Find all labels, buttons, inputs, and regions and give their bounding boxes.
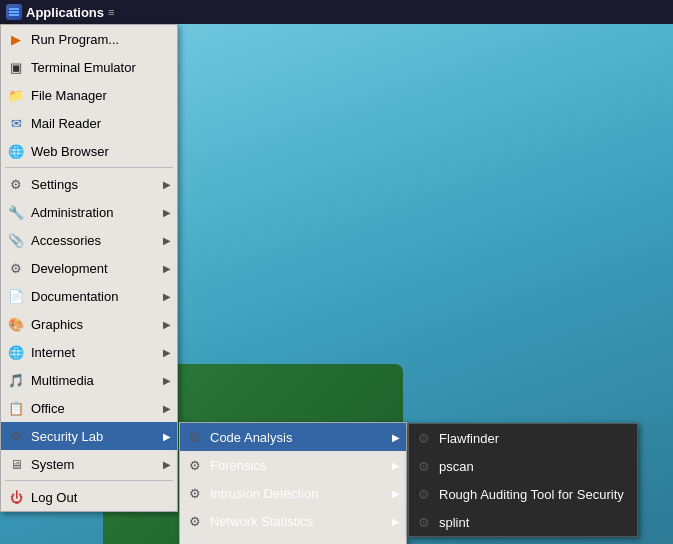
submenu-label-flawfinder: Flawfinder [439, 431, 631, 446]
menu-label-run: Run Program... [31, 32, 171, 47]
forensics-arrow: ▶ [392, 460, 400, 471]
menu-item-admin[interactable]: 🔧 Administration ▶ [1, 198, 177, 226]
forensics-icon: ⚙ [186, 456, 204, 474]
submenu-item-password[interactable]: ⚙ Password Tools ▶ [180, 535, 406, 544]
submenu-label-network-stats: Network Statistics [210, 514, 386, 529]
admin-arrow: ▶ [163, 207, 171, 218]
menu-item-system[interactable]: 🖥 System ▶ [1, 450, 177, 478]
accessories-icon: 📎 [7, 231, 25, 249]
office-arrow: ▶ [163, 403, 171, 414]
graphics-arrow: ▶ [163, 319, 171, 330]
logout-icon: ⏻ [7, 488, 25, 506]
menu-item-security[interactable]: ⚙ Security Lab ▶ ⚙ Code Analysis ▶ ⚙ Fla… [1, 422, 177, 450]
submenu-item-intrusion[interactable]: ⚙ Intrusion Detection ▶ [180, 479, 406, 507]
taskbar-app-label[interactable]: Applications [26, 5, 104, 20]
taskbar-app-icon [6, 4, 22, 20]
files-icon: 📁 [7, 86, 25, 104]
menu-item-accessories[interactable]: 📎 Accessories ▶ [1, 226, 177, 254]
docs-arrow: ▶ [163, 291, 171, 302]
submenu-item-code-analysis[interactable]: ⚙ Code Analysis ▶ ⚙ Flawfinder ⚙ pscan ⚙ [180, 423, 406, 451]
code-analysis-submenu: ⚙ Flawfinder ⚙ pscan ⚙ Rough Auditing To… [408, 423, 638, 537]
separator-2 [5, 480, 173, 481]
menu-item-internet[interactable]: 🌐 Internet ▶ [1, 338, 177, 366]
menu-label-logout: Log Out [31, 490, 171, 505]
menu-item-run[interactable]: ▶ Run Program... [1, 25, 177, 53]
menu-label-admin: Administration [31, 205, 157, 220]
network-stats-arrow: ▶ [392, 516, 400, 527]
submenu-label-pscan: pscan [439, 459, 631, 474]
submenu-label-rats: Rough Auditing Tool for Security [439, 487, 631, 502]
security-arrow: ▶ [163, 431, 171, 442]
menu-label-files: File Manager [31, 88, 171, 103]
multimedia-arrow: ▶ [163, 375, 171, 386]
separator-1 [5, 167, 173, 168]
submenu-item-flawfinder[interactable]: ⚙ Flawfinder [409, 424, 637, 452]
run-icon: ▶ [7, 30, 25, 48]
internet-arrow: ▶ [163, 347, 171, 358]
rats-icon: ⚙ [415, 485, 433, 503]
menu-item-logout[interactable]: ⏻ Log Out [1, 483, 177, 511]
docs-icon: 📄 [7, 287, 25, 305]
menu-label-security: Security Lab [31, 429, 157, 444]
dev-arrow: ▶ [163, 263, 171, 274]
taskbar: Applications ≡ [0, 0, 673, 24]
office-icon: 📋 [7, 399, 25, 417]
web-icon: 🌐 [7, 142, 25, 160]
menu-label-office: Office [31, 401, 157, 416]
submenu-label-forensics: Forensics [210, 458, 386, 473]
menu-label-documentation: Documentation [31, 289, 157, 304]
intrusion-icon: ⚙ [186, 484, 204, 502]
menu-label-multimedia: Multimedia [31, 373, 157, 388]
code-analysis-arrow: ▶ [392, 432, 400, 443]
code-analysis-icon: ⚙ [186, 428, 204, 446]
security-icon: ⚙ [7, 427, 25, 445]
system-arrow: ▶ [163, 459, 171, 470]
submenu-item-forensics[interactable]: ⚙ Forensics ▶ [180, 451, 406, 479]
submenu-item-pscan[interactable]: ⚙ pscan [409, 452, 637, 480]
submenu-item-network-stats[interactable]: ⚙ Network Statistics ▶ [180, 507, 406, 535]
mail-icon: ✉ [7, 114, 25, 132]
menu-item-development[interactable]: ⚙ Development ▶ [1, 254, 177, 282]
svg-rect-0 [9, 8, 19, 10]
menu-label-accessories: Accessories [31, 233, 157, 248]
menu-label-internet: Internet [31, 345, 157, 360]
flawfinder-icon: ⚙ [415, 429, 433, 447]
submenu-item-rats[interactable]: ⚙ Rough Auditing Tool for Security [409, 480, 637, 508]
taskbar-arrow: ≡ [108, 6, 114, 18]
pscan-icon: ⚙ [415, 457, 433, 475]
submenu-label-code-analysis: Code Analysis [210, 430, 386, 445]
menu-item-files[interactable]: 📁 File Manager [1, 81, 177, 109]
submenu-item-splint[interactable]: ⚙ splint [409, 508, 637, 536]
menu-label-web: Web Browser [31, 144, 171, 159]
menu-item-web[interactable]: 🌐 Web Browser [1, 137, 177, 165]
graphics-icon: 🎨 [7, 315, 25, 333]
intrusion-arrow: ▶ [392, 488, 400, 499]
main-menu: ▶ Run Program... ▣ Terminal Emulator 📁 F… [0, 24, 178, 512]
submenu-label-splint: splint [439, 515, 631, 530]
security-submenu: ⚙ Code Analysis ▶ ⚙ Flawfinder ⚙ pscan ⚙ [179, 422, 407, 544]
menu-item-mail[interactable]: ✉ Mail Reader [1, 109, 177, 137]
menu-label-mail: Mail Reader [31, 116, 171, 131]
menu-item-graphics[interactable]: 🎨 Graphics ▶ [1, 310, 177, 338]
menu-item-documentation[interactable]: 📄 Documentation ▶ [1, 282, 177, 310]
menu-item-office[interactable]: 📋 Office ▶ [1, 394, 177, 422]
multimedia-icon: 🎵 [7, 371, 25, 389]
accessories-arrow: ▶ [163, 235, 171, 246]
menu-item-settings[interactable]: ⚙ Settings ▶ [1, 170, 177, 198]
svg-rect-1 [9, 11, 19, 13]
password-icon: ⚙ [186, 540, 204, 544]
menu-item-terminal[interactable]: ▣ Terminal Emulator [1, 53, 177, 81]
menu-label-settings: Settings [31, 177, 157, 192]
admin-icon: 🔧 [7, 203, 25, 221]
menu-label-development: Development [31, 261, 157, 276]
menu-label-terminal: Terminal Emulator [31, 60, 171, 75]
menu-label-graphics: Graphics [31, 317, 157, 332]
menu-item-multimedia[interactable]: 🎵 Multimedia ▶ [1, 366, 177, 394]
svg-rect-2 [9, 14, 19, 16]
terminal-icon: ▣ [7, 58, 25, 76]
internet-icon: 🌐 [7, 343, 25, 361]
settings-arrow: ▶ [163, 179, 171, 190]
system-icon: 🖥 [7, 455, 25, 473]
dev-icon: ⚙ [7, 259, 25, 277]
splint-icon: ⚙ [415, 513, 433, 531]
